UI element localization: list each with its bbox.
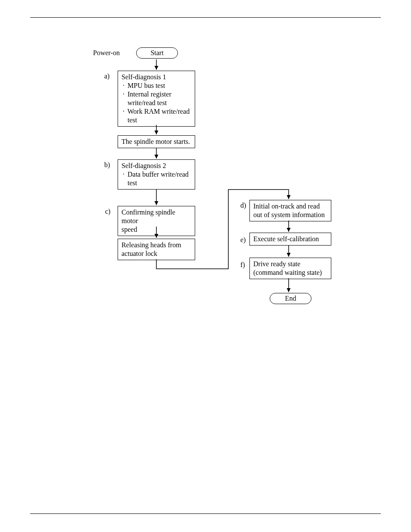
bottom-rule: [30, 513, 381, 514]
top-rule: [30, 17, 381, 18]
flow-arrows: [0, 43, 411, 319]
